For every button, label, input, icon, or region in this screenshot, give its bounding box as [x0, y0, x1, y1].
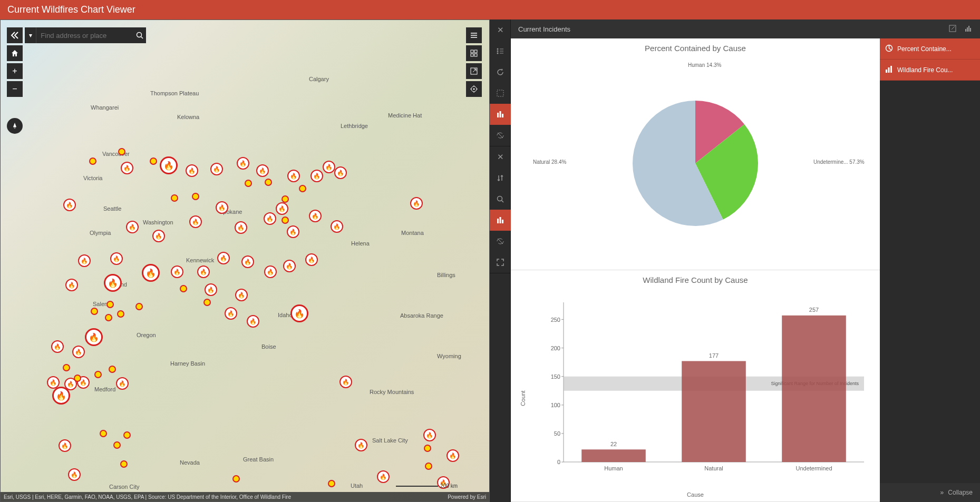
- fire-icon[interactable]: [74, 375, 81, 382]
- fire-icon[interactable]: 🔥: [331, 220, 343, 233]
- fire-icon[interactable]: 🔥: [237, 157, 249, 170]
- fire-icon[interactable]: [118, 148, 125, 155]
- fire-icon[interactable]: 🔥: [197, 265, 210, 278]
- bar-chart-canvas[interactable]: 050100150200250Significant Range for Num…: [542, 294, 869, 479]
- fire-icon[interactable]: 🔥: [126, 221, 139, 233]
- expand-button[interactable]: [490, 252, 511, 273]
- fire-icon[interactable]: 🔥: [309, 210, 322, 222]
- fire-icon[interactable]: [203, 299, 211, 306]
- search-input[interactable]: [36, 32, 133, 40]
- fire-icon[interactable]: 🔥: [447, 449, 459, 462]
- fire-icon[interactable]: [180, 285, 187, 292]
- selection-button[interactable]: [490, 104, 511, 125]
- map[interactable]: + − ▾: [0, 19, 490, 502]
- fire-icon[interactable]: [282, 216, 289, 224]
- zoom-chart-button[interactable]: [490, 189, 511, 210]
- fire-icon[interactable]: [105, 314, 112, 321]
- fire-icon[interactable]: 🔥: [264, 265, 277, 278]
- fire-icon[interactable]: 🔥: [276, 202, 288, 215]
- collapse-panel-button[interactable]: » Collapse: [880, 483, 980, 502]
- fire-icon[interactable]: 🔥: [287, 225, 299, 238]
- pie-chart-canvas[interactable]: [622, 90, 769, 237]
- home-button[interactable]: [7, 45, 23, 61]
- fire-icon[interactable]: 🔥: [235, 221, 247, 234]
- search-source-dropdown[interactable]: ▾: [25, 27, 36, 43]
- sort-button[interactable]: [490, 168, 511, 189]
- fire-icon[interactable]: 🔥: [51, 340, 64, 353]
- fire-icon[interactable]: 🔥: [78, 254, 91, 267]
- fire-icon[interactable]: 🔥: [160, 156, 178, 174]
- fire-icon[interactable]: [113, 441, 121, 449]
- fire-icon[interactable]: [328, 480, 335, 487]
- fire-icon[interactable]: [100, 430, 107, 437]
- zoom-in-button[interactable]: +: [7, 63, 23, 79]
- fire-icon[interactable]: 🔥: [85, 328, 103, 346]
- bar[interactable]: [782, 316, 846, 462]
- bar[interactable]: [581, 449, 646, 462]
- fire-icon[interactable]: [424, 445, 431, 452]
- fire-icon[interactable]: [282, 195, 289, 203]
- fire-icon[interactable]: 🔥: [217, 252, 230, 264]
- fire-icon[interactable]: 🔥: [256, 164, 269, 177]
- fire-icon[interactable]: [265, 179, 272, 186]
- fire-icon[interactable]: 🔥: [210, 163, 223, 175]
- fire-icon[interactable]: [245, 180, 252, 187]
- fire-icon[interactable]: 🔥: [323, 161, 335, 173]
- selection-button-2[interactable]: [490, 210, 511, 231]
- fire-icon[interactable]: 🔥: [59, 439, 71, 452]
- fire-icon[interactable]: 🔥: [216, 201, 228, 214]
- fire-icon[interactable]: 🔥: [65, 279, 78, 291]
- close-chart-button[interactable]: ✕: [490, 19, 511, 41]
- fire-icon[interactable]: 🔥: [311, 170, 323, 182]
- legend-button[interactable]: [466, 27, 482, 43]
- fire-icon[interactable]: 🔥: [305, 253, 318, 266]
- rotate-button[interactable]: [490, 62, 511, 83]
- compass-button[interactable]: [7, 118, 23, 134]
- fire-icon[interactable]: [135, 303, 143, 310]
- expand-charts-icon[interactable]: [948, 24, 957, 34]
- fire-icon[interactable]: 🔥: [63, 199, 76, 211]
- fire-icon[interactable]: 🔥: [104, 274, 122, 292]
- fire-icon[interactable]: 🔥: [287, 170, 300, 182]
- fire-icon[interactable]: 🔥: [205, 283, 217, 296]
- chart-settings-icon[interactable]: [964, 24, 973, 34]
- locate-button[interactable]: [466, 81, 482, 97]
- fire-icon[interactable]: 🔥: [68, 468, 81, 481]
- fire-icon[interactable]: [117, 310, 124, 318]
- fire-icon[interactable]: [89, 158, 96, 165]
- fire-icon[interactable]: 🔥: [290, 304, 308, 322]
- fire-icon[interactable]: 🔥: [116, 377, 129, 390]
- fire-icon[interactable]: 🔥: [186, 164, 198, 177]
- fire-icon[interactable]: 🔥: [339, 376, 352, 388]
- fire-icon[interactable]: 🔥: [241, 255, 254, 268]
- fire-icon[interactable]: 🔥: [121, 162, 133, 174]
- fire-icon[interactable]: 🔥: [225, 307, 237, 320]
- share-button[interactable]: [466, 63, 482, 79]
- search-button[interactable]: [133, 27, 146, 43]
- fire-icon[interactable]: [232, 475, 240, 483]
- fire-icon[interactable]: [299, 185, 306, 192]
- fire-icon[interactable]: [171, 194, 178, 202]
- fire-icon[interactable]: [63, 364, 70, 371]
- fire-icon[interactable]: 🔥: [171, 265, 183, 278]
- zoom-out-button[interactable]: −: [7, 81, 23, 97]
- basemap-button[interactable]: [466, 45, 482, 61]
- bar[interactable]: [682, 361, 746, 462]
- fire-icon[interactable]: 🔥: [189, 215, 202, 228]
- fire-icon[interactable]: [150, 158, 157, 165]
- fire-icon[interactable]: [123, 431, 131, 439]
- fire-icon[interactable]: 🔥: [377, 470, 390, 483]
- fire-icon[interactable]: 🔥: [423, 429, 436, 441]
- fire-icon[interactable]: 🔥: [264, 212, 276, 225]
- back-button[interactable]: [7, 27, 23, 43]
- fire-icon[interactable]: [106, 301, 114, 308]
- fire-icon[interactable]: 🔥: [142, 264, 160, 282]
- fire-icon[interactable]: 🔥: [235, 289, 248, 301]
- fire-icon[interactable]: 🔥: [47, 376, 60, 389]
- filter-extent-button[interactable]: [490, 83, 511, 104]
- clear-selection-button-2[interactable]: [490, 231, 511, 252]
- fire-icon[interactable]: [120, 460, 128, 468]
- fire-icon[interactable]: 🔥: [247, 315, 259, 328]
- fire-icon[interactable]: 🔥: [283, 260, 296, 272]
- fire-icon[interactable]: [94, 371, 102, 378]
